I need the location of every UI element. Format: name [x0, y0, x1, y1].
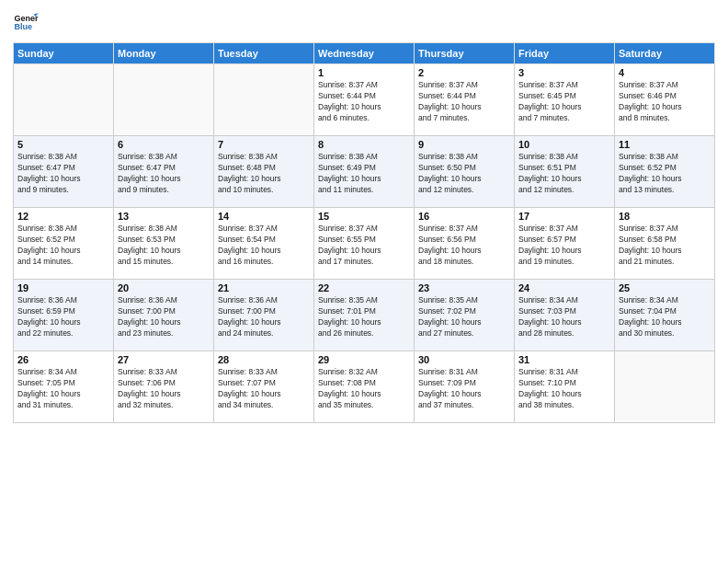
calendar-cell: 11Sunrise: 8:38 AMSunset: 6:52 PMDayligh…	[615, 136, 715, 208]
weekday-header-wednesday: Wednesday	[314, 43, 415, 64]
week-row-1: 1Sunrise: 8:37 AMSunset: 6:44 PMDaylight…	[14, 64, 715, 136]
day-number: 16	[418, 211, 510, 222]
day-number: 13	[118, 211, 210, 222]
calendar-cell: 28Sunrise: 8:33 AMSunset: 7:07 PMDayligh…	[214, 351, 314, 423]
day-info: Sunrise: 8:37 AMSunset: 6:44 PMDaylight:…	[418, 80, 510, 124]
day-info: Sunrise: 8:35 AMSunset: 7:02 PMDaylight:…	[418, 295, 510, 339]
calendar-cell	[214, 64, 314, 136]
day-number: 11	[619, 139, 711, 150]
day-info: Sunrise: 8:38 AMSunset: 6:47 PMDaylight:…	[118, 152, 210, 196]
calendar-cell: 24Sunrise: 8:34 AMSunset: 7:03 PMDayligh…	[515, 280, 615, 351]
day-info: Sunrise: 8:37 AMSunset: 6:54 PMDaylight:…	[218, 224, 310, 268]
day-number: 29	[318, 354, 410, 365]
calendar-cell: 9Sunrise: 8:38 AMSunset: 6:50 PMDaylight…	[415, 136, 515, 208]
day-info: Sunrise: 8:31 AMSunset: 7:09 PMDaylight:…	[418, 367, 510, 411]
calendar-cell: 18Sunrise: 8:37 AMSunset: 6:58 PMDayligh…	[615, 208, 715, 280]
calendar-cell: 19Sunrise: 8:36 AMSunset: 6:59 PMDayligh…	[14, 280, 114, 351]
day-number: 26	[17, 354, 109, 365]
calendar-cell: 30Sunrise: 8:31 AMSunset: 7:09 PMDayligh…	[415, 351, 515, 423]
day-info: Sunrise: 8:37 AMSunset: 6:57 PMDaylight:…	[518, 224, 610, 268]
week-row-2: 5Sunrise: 8:38 AMSunset: 6:47 PMDaylight…	[14, 136, 715, 208]
calendar-cell: 27Sunrise: 8:33 AMSunset: 7:06 PMDayligh…	[114, 351, 214, 423]
day-info: Sunrise: 8:37 AMSunset: 6:55 PMDaylight:…	[318, 224, 410, 268]
day-number: 4	[619, 67, 711, 78]
calendar-cell	[615, 351, 715, 423]
calendar-cell: 13Sunrise: 8:38 AMSunset: 6:53 PMDayligh…	[114, 208, 214, 280]
day-number: 3	[518, 67, 610, 78]
day-info: Sunrise: 8:38 AMSunset: 6:51 PMDaylight:…	[518, 152, 610, 196]
day-number: 20	[118, 282, 210, 293]
day-number: 1	[318, 67, 410, 78]
calendar: SundayMondayTuesdayWednesdayThursdayFrid…	[13, 42, 715, 423]
day-info: Sunrise: 8:34 AMSunset: 7:03 PMDaylight:…	[518, 295, 610, 339]
day-number: 22	[318, 282, 410, 293]
page: General Blue SundayMondayTuesdayWednesda…	[0, 0, 728, 563]
day-info: Sunrise: 8:34 AMSunset: 7:04 PMDaylight:…	[619, 295, 711, 339]
day-info: Sunrise: 8:33 AMSunset: 7:07 PMDaylight:…	[218, 367, 310, 411]
weekday-header-saturday: Saturday	[615, 43, 715, 64]
svg-text:Blue: Blue	[14, 22, 32, 31]
weekday-header-sunday: Sunday	[14, 43, 114, 64]
week-row-5: 26Sunrise: 8:34 AMSunset: 7:05 PMDayligh…	[14, 351, 715, 423]
week-row-4: 19Sunrise: 8:36 AMSunset: 6:59 PMDayligh…	[14, 280, 715, 351]
day-info: Sunrise: 8:38 AMSunset: 6:52 PMDaylight:…	[619, 152, 711, 196]
day-info: Sunrise: 8:31 AMSunset: 7:10 PMDaylight:…	[518, 367, 610, 411]
weekday-header-row: SundayMondayTuesdayWednesdayThursdayFrid…	[14, 43, 715, 64]
calendar-cell: 15Sunrise: 8:37 AMSunset: 6:55 PMDayligh…	[314, 208, 415, 280]
day-info: Sunrise: 8:36 AMSunset: 6:59 PMDaylight:…	[17, 295, 109, 339]
calendar-cell: 17Sunrise: 8:37 AMSunset: 6:57 PMDayligh…	[515, 208, 615, 280]
calendar-cell: 2Sunrise: 8:37 AMSunset: 6:44 PMDaylight…	[415, 64, 515, 136]
calendar-cell: 23Sunrise: 8:35 AMSunset: 7:02 PMDayligh…	[415, 280, 515, 351]
day-number: 7	[218, 139, 310, 150]
logo-icon: General Blue	[13, 9, 39, 35]
day-number: 5	[17, 139, 109, 150]
calendar-cell: 29Sunrise: 8:32 AMSunset: 7:08 PMDayligh…	[314, 351, 415, 423]
weekday-header-thursday: Thursday	[415, 43, 515, 64]
day-info: Sunrise: 8:37 AMSunset: 6:56 PMDaylight:…	[418, 224, 510, 268]
day-info: Sunrise: 8:35 AMSunset: 7:01 PMDaylight:…	[318, 295, 410, 339]
day-number: 31	[518, 354, 610, 365]
weekday-header-tuesday: Tuesday	[214, 43, 314, 64]
day-number: 25	[619, 282, 711, 293]
weekday-header-monday: Monday	[114, 43, 214, 64]
day-info: Sunrise: 8:38 AMSunset: 6:47 PMDaylight:…	[17, 152, 109, 196]
calendar-cell: 1Sunrise: 8:37 AMSunset: 6:44 PMDaylight…	[314, 64, 415, 136]
day-number: 27	[118, 354, 210, 365]
calendar-cell	[114, 64, 214, 136]
day-number: 6	[118, 139, 210, 150]
calendar-cell	[14, 64, 114, 136]
day-number: 19	[17, 282, 109, 293]
logo: General Blue	[13, 9, 42, 35]
day-number: 2	[418, 67, 510, 78]
day-number: 17	[518, 211, 610, 222]
day-info: Sunrise: 8:34 AMSunset: 7:05 PMDaylight:…	[17, 367, 109, 411]
day-info: Sunrise: 8:36 AMSunset: 7:00 PMDaylight:…	[218, 295, 310, 339]
day-number: 23	[418, 282, 510, 293]
calendar-cell: 3Sunrise: 8:37 AMSunset: 6:45 PMDaylight…	[515, 64, 615, 136]
day-info: Sunrise: 8:38 AMSunset: 6:49 PMDaylight:…	[318, 152, 410, 196]
weekday-header-friday: Friday	[515, 43, 615, 64]
day-number: 30	[418, 354, 510, 365]
day-number: 14	[218, 211, 310, 222]
calendar-cell: 5Sunrise: 8:38 AMSunset: 6:47 PMDaylight…	[14, 136, 114, 208]
calendar-cell: 10Sunrise: 8:38 AMSunset: 6:51 PMDayligh…	[515, 136, 615, 208]
day-number: 9	[418, 139, 510, 150]
day-info: Sunrise: 8:38 AMSunset: 6:52 PMDaylight:…	[17, 224, 109, 268]
day-info: Sunrise: 8:37 AMSunset: 6:44 PMDaylight:…	[318, 80, 410, 124]
calendar-cell: 31Sunrise: 8:31 AMSunset: 7:10 PMDayligh…	[515, 351, 615, 423]
calendar-cell: 12Sunrise: 8:38 AMSunset: 6:52 PMDayligh…	[14, 208, 114, 280]
day-info: Sunrise: 8:38 AMSunset: 6:53 PMDaylight:…	[118, 224, 210, 268]
day-number: 28	[218, 354, 310, 365]
calendar-cell: 22Sunrise: 8:35 AMSunset: 7:01 PMDayligh…	[314, 280, 415, 351]
header: General Blue	[13, 9, 715, 35]
day-info: Sunrise: 8:37 AMSunset: 6:46 PMDaylight:…	[619, 80, 711, 124]
day-info: Sunrise: 8:32 AMSunset: 7:08 PMDaylight:…	[318, 367, 410, 411]
day-info: Sunrise: 8:38 AMSunset: 6:48 PMDaylight:…	[218, 152, 310, 196]
day-info: Sunrise: 8:37 AMSunset: 6:45 PMDaylight:…	[518, 80, 610, 124]
day-number: 18	[619, 211, 711, 222]
calendar-cell: 7Sunrise: 8:38 AMSunset: 6:48 PMDaylight…	[214, 136, 314, 208]
calendar-cell: 14Sunrise: 8:37 AMSunset: 6:54 PMDayligh…	[214, 208, 314, 280]
day-number: 10	[518, 139, 610, 150]
calendar-cell: 21Sunrise: 8:36 AMSunset: 7:00 PMDayligh…	[214, 280, 314, 351]
day-number: 12	[17, 211, 109, 222]
